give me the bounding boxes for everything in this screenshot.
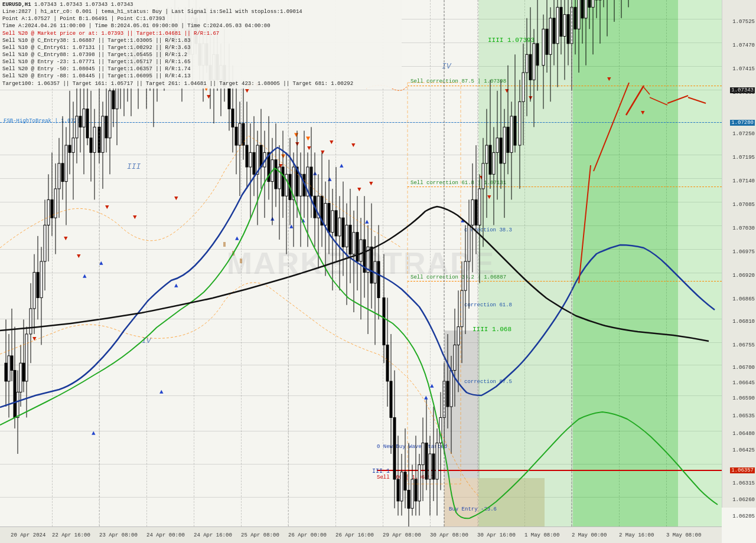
info-line5: Sell %10 @ C_Entry38: 1.06887 || Target:… [2, 37, 399, 44]
price-display: 1.07343 1.07343 1.07343 1.07343 [34, 2, 133, 8]
price-23: 1.06205 [732, 513, 755, 519]
info-line9: Sell %20 @ Entry -50: 1.08045 || Target:… [2, 66, 399, 73]
price-5: 1.07250 [732, 131, 755, 137]
price-14: 1.06755 [732, 342, 755, 348]
price-9: 1.07030 [732, 225, 755, 231]
time-15: 3 May 08:00 [666, 532, 701, 538]
time-9: 29 Apr 08:00 [383, 532, 421, 538]
price-scale: 1.07343 1.07280 1.06357 1.07525 1.07470 … [722, 0, 756, 508]
price-4: 1.07360 [732, 90, 755, 96]
symbol-label: EURUSD,H1 [2, 2, 31, 8]
info-line2: Point A:1.07527 | Point B:1.06491 | Poin… [2, 15, 399, 22]
time-2: 22 Apr 16:00 [52, 532, 90, 538]
time-3: 23 Apr 08:00 [99, 532, 138, 538]
info-line7: Sell %10 @ C_Entry88: 1.07398 || Target:… [2, 51, 399, 58]
price-8: 1.07085 [732, 202, 755, 208]
price-13: 1.06810 [732, 319, 755, 325]
price-17: 1.06590 [732, 395, 755, 401]
price-20: 1.06425 [732, 447, 755, 453]
info-line6: Sell %10 @ C_Entry61: 1.07131 || Target:… [2, 44, 399, 51]
info-line8: Sell %10 @ Entry -23: 1.07771 || Target:… [2, 58, 399, 66]
time-11: 30 Apr 16:00 [477, 532, 516, 538]
info-line3: Time A:2024.04.26 11:00:00 | Time B:2024… [2, 22, 399, 30]
time-14: 2 May 16:00 [619, 532, 654, 538]
time-6: 25 Apr 08:00 [241, 532, 279, 538]
price-16: 1.06645 [732, 380, 755, 386]
time-1: 20 Apr 2024 [11, 532, 45, 538]
price-3: 1.07415 [732, 66, 755, 72]
price-2: 1.07470 [732, 42, 755, 48]
price-1: 1.07525 [732, 19, 755, 25]
info-line4: Sell %20 @ Market price or at: 1.07393 |… [2, 30, 399, 37]
price-10: 1.06975 [732, 249, 755, 255]
time-10: 30 Apr 08:00 [430, 532, 468, 538]
time-4: 24 Apr 00:00 [146, 532, 185, 538]
info-line1: Line:2827 | h1_atr_c0: 0.001 | tema_h1_s… [2, 8, 399, 15]
chart-container: MARKET2TRADE [0, 0, 756, 543]
price-7: 1.07140 [732, 178, 755, 184]
time-13: 2 May 00:00 [572, 532, 607, 538]
fsb-price-label: 1.07280 [730, 120, 755, 126]
price-15: 1.06700 [732, 365, 755, 371]
price-19: 1.06480 [732, 431, 755, 437]
price-12: 1.06865 [732, 296, 755, 302]
time-axis: 20 Apr 2024 22 Apr 16:00 23 Apr 08:00 24… [0, 526, 722, 543]
time-8: 26 Apr 16:00 [335, 532, 374, 538]
info-line10: Sell %20 @ Entry -88: 1.08445 || Target:… [2, 73, 399, 80]
price-18: 1.06535 [732, 413, 755, 419]
sell100-price-label: 1.06357 [730, 467, 755, 473]
price-6: 1.07195 [732, 155, 755, 161]
time-5: 24 Apr 16:00 [194, 532, 232, 538]
info-panel: EURUSD,H1 1.07343 1.07343 1.07343 1.0734… [0, 0, 402, 89]
time-12: 1 May 08:00 [524, 532, 559, 538]
time-7: 26 Apr 00:00 [288, 532, 327, 538]
price-22: 1.06260 [732, 497, 755, 503]
price-11: 1.06920 [732, 273, 755, 279]
info-line11: Target100: 1.06357 || Target 161: 1.0571… [2, 80, 399, 87]
price-21: 1.06315 [732, 480, 755, 486]
